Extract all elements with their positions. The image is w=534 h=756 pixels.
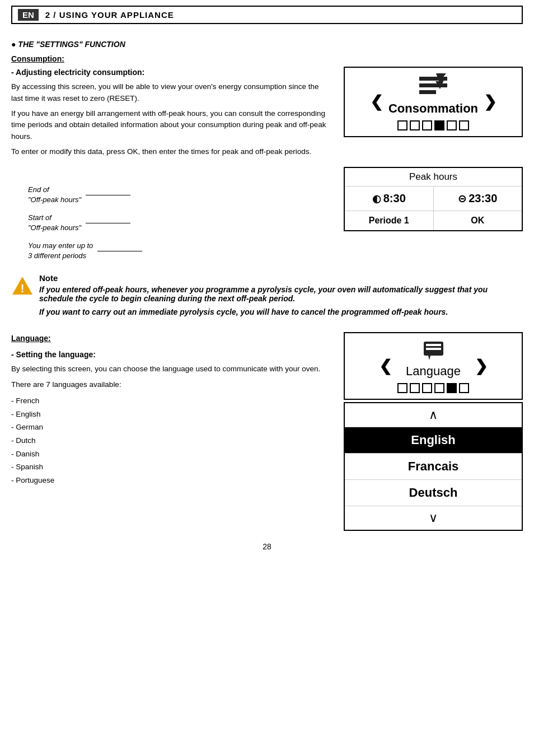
language-subtitle: - Setting the language: [11,348,332,361]
language-selector: ∧ English Francais Deutsch ∨ [344,402,523,531]
selector-up-arrow[interactable]: ∧ [345,403,522,427]
end-time-value: 23:30 [469,192,497,205]
start-time-icon: ◐ [372,193,381,205]
peak-hours-title: Peak hours [345,168,522,186]
warning-triangle-icon: ! [11,276,34,296]
note-section: ! Note If you entered off-peak hours, wh… [11,273,523,321]
consumption-box: ❮ Consommation [344,67,523,137]
end-time-cell: ⊝ 23:30 [434,186,522,211]
list-item: - Danish [11,448,332,460]
list-item: - Portuguese [11,474,332,487]
section-title: 2 / USING YOUR APPLIANCE [45,10,174,20]
lang-dot-5 [447,383,457,393]
note-para2: If you want to carry out an immediate py… [39,307,523,316]
dot-1 [397,120,407,130]
note-title: Note [39,273,523,283]
lang-dot-4 [434,383,444,393]
consumption-display: ❮ Consommation [344,67,523,161]
list-item: - Spanish [11,461,332,473]
lang-dot-6 [459,383,469,393]
dot-3 [422,120,432,130]
settings-function-label: ● THE "SETTINGS" FUNCTION [11,40,523,49]
list-item: - Dutch [11,435,332,447]
lang-right-arrow-icon[interactable]: ❯ [475,358,488,374]
page-header: EN 2 / USING YOUR APPLIANCE [11,6,523,24]
svg-rect-2 [419,90,436,94]
lang-left-arrow-icon[interactable]: ❮ [379,358,392,374]
dot-5 [447,120,457,130]
end-offpeak-label: End of"Off-peak hours" [28,185,344,205]
start-time-value: 8:30 [383,192,406,205]
warning-icon-wrapper: ! [11,276,34,296]
language-display-box: ❮ Language [344,332,523,400]
lang-dot-3 [422,383,432,393]
end-time-icon: ⊝ [458,193,466,205]
list-item: - French [11,395,332,407]
period-label: Periode 1 [345,211,434,230]
start-offpeak-label: Start of"Off-peak hours" [28,213,344,233]
language-option-english[interactable]: English [345,427,522,454]
svg-marker-9 [428,356,430,360]
ok-button[interactable]: OK [434,211,522,230]
right-arrow-icon[interactable]: ❯ [484,94,496,110]
dot-6 [459,120,469,130]
lang-dots-indicator [397,383,469,393]
selector-down-arrow[interactable]: ∨ [345,506,522,530]
svg-rect-7 [426,344,441,346]
lang-dot-1 [397,383,407,393]
language-code: EN [18,9,39,21]
peak-hours-panel: Peak hours ◐ 8:30 ⊝ 23:30 Periode 1 OK [344,167,523,231]
language-option-francais[interactable]: Francais [345,454,522,480]
svg-rect-1 [419,83,447,87]
language-icon [418,339,449,364]
list-item: - English [11,408,332,421]
peak-times-row: ◐ 8:30 ⊝ 23:30 [345,186,522,211]
page-number: 28 [11,542,523,551]
svg-rect-8 [426,348,441,350]
language-title: Language: [11,332,332,344]
dot-2 [410,120,420,130]
list-item: - German [11,421,332,433]
consumption-subtitle: - Adjusting electricity consumption: [11,67,332,79]
consommation-label: Consommation [388,101,478,116]
start-time-cell: ◐ 8:30 [345,186,434,211]
language-display-label: Language [406,364,461,379]
periods-label: You may enter up to3 different periods [28,241,344,261]
left-arrow-icon[interactable]: ❮ [370,94,383,110]
svg-text:!: ! [21,282,25,295]
language-list: - French - English - German - Dutch - Da… [11,395,332,486]
consumption-text: - Adjusting electricity consumption: By … [11,67,332,161]
note-content: Note If you entered off-peak hours, when… [39,273,523,321]
consumption-title: Consumption: [11,54,523,63]
language-right-panel: ❮ Language [344,332,523,531]
language-section: Language: - Setting the language: By sel… [11,332,523,531]
energy-icon [416,73,450,101]
language-text: Language: - Setting the language: By sel… [11,332,332,531]
peak-bottom-row: Periode 1 OK [345,211,522,230]
lang-dot-2 [410,383,420,393]
dots-indicator [397,120,469,130]
dot-4 [434,120,444,130]
note-para1: If you entered off-peak hours, whenever … [39,285,523,303]
language-option-deutsch[interactable]: Deutsch [345,480,522,506]
